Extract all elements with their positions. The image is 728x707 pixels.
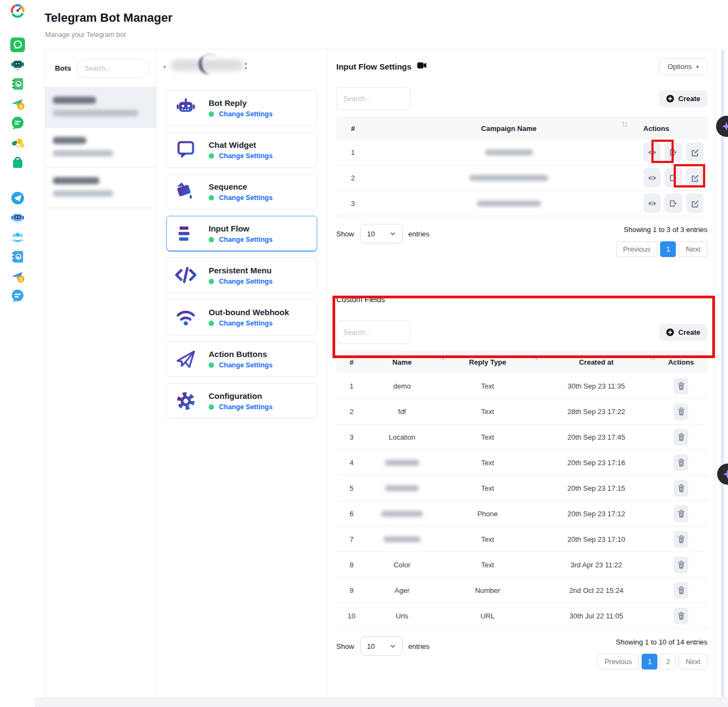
- field-created-at: 20th Sep 23 17:16: [538, 459, 655, 467]
- edit-button[interactable]: [686, 193, 704, 213]
- field-name: Ager: [394, 586, 409, 595]
- settings-card-persistent-menu[interactable]: Persistent MenuChange Settings: [166, 258, 317, 293]
- robot-assistant-blue-icon[interactable]: [10, 210, 25, 225]
- field-reply-type: Text: [437, 484, 538, 492]
- delete-button[interactable]: [674, 531, 688, 548]
- campaign-search-input[interactable]: [336, 87, 410, 110]
- contacts-book-icon[interactable]: [10, 77, 25, 91]
- telegram-icon[interactable]: [10, 191, 25, 205]
- integrations-icon[interactable]: [10, 135, 25, 150]
- change-settings-link[interactable]: Change Settings: [219, 110, 273, 118]
- settings-card-configuration[interactable]: ConfigurationChange Settings: [166, 383, 317, 419]
- export-button[interactable]: [664, 142, 682, 162]
- export-button[interactable]: [664, 168, 682, 187]
- column-header-created-at[interactable]: Created at: [538, 358, 655, 366]
- settings-card-chat-widget[interactable]: Chat WidgetChange Settings: [166, 132, 317, 168]
- bot-list-item[interactable]: [45, 168, 156, 208]
- page-size-select[interactable]: 10: [360, 224, 403, 243]
- change-settings-link[interactable]: Change Settings: [219, 152, 273, 160]
- column-header-reply-type[interactable]: Reply Type: [437, 358, 538, 366]
- settings-card-status: Change Settings: [209, 403, 273, 411]
- field-created-at: 20th Sep 23 17:15: [538, 484, 655, 492]
- change-settings-link[interactable]: Change Settings: [219, 194, 273, 202]
- delete-button[interactable]: [674, 505, 688, 522]
- export-button[interactable]: [664, 193, 682, 213]
- bot-username-redacted: [53, 150, 114, 157]
- field-reply-type: Phone: [437, 510, 538, 518]
- chat-bubble-icon[interactable]: [10, 116, 25, 130]
- create-custom-field-button[interactable]: Create: [659, 324, 707, 341]
- settings-card-sequence[interactable]: SequenceChange Settings: [166, 174, 317, 210]
- row-number: 2: [336, 174, 374, 182]
- shop-bag-icon[interactable]: [10, 155, 25, 170]
- sort-icon[interactable]: [622, 121, 628, 129]
- delete-button[interactable]: [674, 378, 688, 395]
- page-button[interactable]: 1: [642, 654, 657, 670]
- contacts-book-blue-icon[interactable]: [10, 249, 25, 264]
- field-name-redacted: [385, 460, 419, 466]
- robot-assistant-icon[interactable]: [10, 57, 25, 72]
- field-name-redacted: [381, 511, 423, 517]
- next-button[interactable]: Next: [679, 241, 707, 257]
- video-tutorial-icon[interactable]: [417, 61, 427, 72]
- page-size-select[interactable]: 10: [360, 636, 403, 656]
- change-settings-link[interactable]: Change Settings: [219, 236, 273, 243]
- assistant-sparkle-badge[interactable]: [717, 464, 728, 485]
- entries-label: entries: [409, 642, 430, 650]
- column-header-name[interactable]: Name: [367, 358, 437, 366]
- delete-button[interactable]: [674, 429, 688, 446]
- settings-card-input-flow[interactable]: Input FlowChange Settings: [166, 216, 317, 252]
- scrollbar[interactable]: [721, 49, 724, 697]
- whatsapp-icon[interactable]: [10, 37, 25, 52]
- delete-button[interactable]: [674, 582, 688, 599]
- assistant-sparkle-badge[interactable]: [716, 116, 728, 137]
- persistent-menu-icon: [174, 264, 198, 287]
- field-created-at: 28th Sep 23 17:22: [538, 408, 655, 416]
- settings-card-action-buttons[interactable]: Action ButtonsChange Settings: [166, 341, 317, 377]
- chat-bubble-blue-icon[interactable]: [10, 289, 25, 303]
- delete-button[interactable]: [674, 480, 688, 497]
- dashboard-gauge-icon[interactable]: [10, 3, 25, 18]
- view-button[interactable]: [643, 193, 661, 213]
- bot-list-item[interactable]: [45, 87, 156, 128]
- edit-button[interactable]: [686, 142, 704, 162]
- create-campaign-button[interactable]: Create: [659, 90, 707, 107]
- sort-icon[interactable]: [649, 354, 656, 362]
- campaign-name-redacted: [477, 201, 541, 207]
- campaign-name-cell: [374, 201, 643, 207]
- status-dot-green: [209, 362, 214, 368]
- change-settings-link[interactable]: Change Settings: [219, 403, 273, 411]
- previous-button[interactable]: Previous: [598, 654, 639, 670]
- bots-search-input[interactable]: [77, 59, 149, 78]
- bot-list-item[interactable]: [45, 128, 156, 168]
- view-button[interactable]: [643, 142, 661, 162]
- campaign-send-blue-icon[interactable]: 1: [10, 269, 25, 284]
- change-settings-link[interactable]: Change Settings: [219, 361, 273, 369]
- row-actions: [655, 454, 707, 471]
- previous-button[interactable]: Previous: [616, 241, 658, 257]
- settings-card-out-bound-webhook[interactable]: Out-bound WebhookChange Settings: [166, 299, 317, 335]
- custom-fields-table: # Name Reply Type Created at Actions 1de…: [336, 351, 707, 629]
- change-settings-link[interactable]: Change Settings: [219, 278, 273, 285]
- page-button[interactable]: 2: [660, 654, 676, 670]
- audience-group-icon[interactable]: [10, 230, 25, 245]
- field-created-at: 2nd Oct 22 15:24: [538, 586, 655, 595]
- menu-dots-icon[interactable]: [245, 62, 247, 71]
- delete-button[interactable]: [674, 556, 688, 573]
- custom-fields-search-input[interactable]: [336, 321, 410, 344]
- delete-button[interactable]: [674, 403, 688, 420]
- campaign-send-icon[interactable]: 1: [10, 96, 25, 111]
- page-button[interactable]: 1: [660, 241, 676, 257]
- bot-reply-icon: [174, 96, 198, 120]
- next-button[interactable]: Next: [679, 654, 707, 670]
- chevron-down-icon: ▾: [696, 64, 699, 70]
- change-settings-link[interactable]: Change Settings: [219, 320, 273, 327]
- options-button[interactable]: Options▾: [659, 58, 707, 75]
- view-button[interactable]: [643, 168, 661, 187]
- settings-card-bot-reply[interactable]: Bot ReplyChange Settings: [166, 90, 317, 126]
- edit-button[interactable]: [686, 168, 704, 187]
- column-header-campaign-name[interactable]: Campaign Name: [374, 124, 643, 133]
- delete-button[interactable]: [674, 608, 688, 624]
- sequence-icon: [174, 180, 198, 204]
- delete-button[interactable]: [674, 454, 688, 471]
